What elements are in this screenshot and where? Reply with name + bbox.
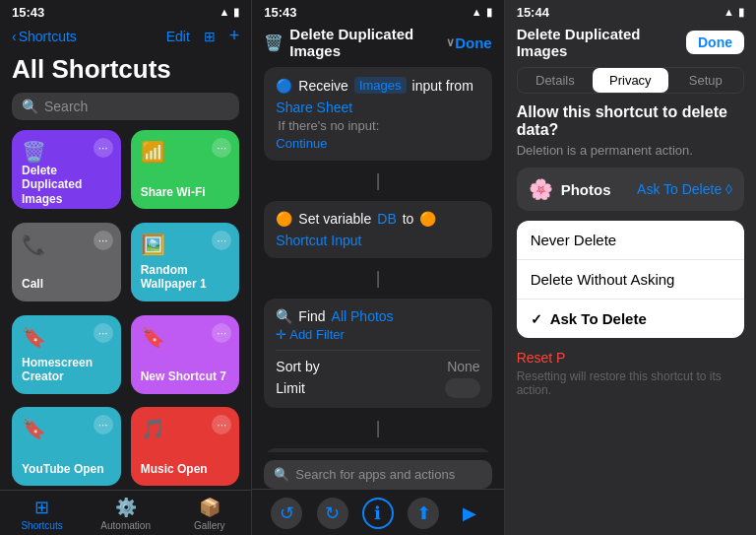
flow-repeat[interactable]: ⬜ Repeat with each item in 🟢 Photos <box>264 448 491 452</box>
find-icon: 🔍 <box>276 308 292 324</box>
add-filter-btn[interactable]: ✛ Add Filter <box>276 327 479 342</box>
sort-row: Sort by None <box>276 359 479 374</box>
dropdown-never-delete[interactable]: Never Delete <box>517 221 744 260</box>
redo-button[interactable]: ↻ <box>317 498 348 529</box>
p3-done-button[interactable]: Done <box>686 31 744 54</box>
gallery-tab-icon: 📦 <box>199 497 220 518</box>
tab-setup[interactable]: Setup <box>668 68 743 93</box>
card-label-music: Music Open <box>141 462 230 476</box>
card-youtube[interactable]: ··· 🔖 YouTube Open <box>12 407 121 486</box>
var-name: DB <box>377 211 396 227</box>
actions-search-placeholder: Search for apps and actions <box>295 467 455 482</box>
var-value-icon: 🟠 <box>419 211 436 227</box>
status-icons-1: ▲ ▮ <box>219 6 239 19</box>
flow-find-row: 🔍 Find All Photos <box>276 308 479 324</box>
p3-tab-bar: Details Privacy Setup <box>517 67 744 94</box>
card-new-shortcut[interactable]: ··· 🔖 New Shortcut 7 <box>131 315 240 394</box>
no-input-label: If there's no input: <box>276 118 479 133</box>
panel-editor: 15:43 ▲ ▮ 🗑️ Delete Duplicated Images ∨ … <box>252 0 504 535</box>
chevron-down-icon: ∨ <box>446 35 455 49</box>
actions-search[interactable]: 🔍 Search for apps and actions <box>264 460 491 489</box>
p1-navbar: ‹ Shortcuts Edit ⊞ + <box>0 22 251 52</box>
flow-set-variable[interactable]: 🟠 Set variable DB to 🟠 Shortcut Input <box>264 201 491 258</box>
card-call[interactable]: ··· 📞 Call <box>12 223 121 301</box>
time-2: 15:43 <box>264 5 296 20</box>
card-label-homescreen: HomescreenCreator <box>22 356 111 384</box>
wifi-icon-1: ▲ <box>219 6 229 18</box>
card-share-wifi[interactable]: ··· 📶 Share Wi-Fi <box>131 130 240 209</box>
card-label-call: Call <box>22 277 111 291</box>
status-bar-3: 15:44 ▲ ▮ <box>505 0 756 22</box>
status-icons-2: ▲ ▮ <box>472 6 492 19</box>
dropdown-ask-to-delete[interactable]: ✓ Ask To Delete <box>517 300 744 338</box>
wifi-icon-2: ▲ <box>472 6 482 18</box>
alert-title: Allow this shortcut to delete data? <box>505 103 756 143</box>
card-more-btn-homescreen[interactable]: ··· <box>94 323 113 343</box>
card-more-btn-call[interactable]: ··· <box>94 231 113 250</box>
status-bar-2: 15:43 ▲ ▮ <box>252 0 503 22</box>
p2-title-icon: 🗑️ <box>264 33 284 52</box>
find-subject: All Photos <box>332 308 394 324</box>
receive-middle: input from <box>412 78 473 94</box>
perm-left: 🌸 Photos <box>529 177 611 201</box>
flow-content: 🔵 Receive Images input from Share Sheet … <box>252 67 503 452</box>
grid-icon[interactable]: ⊞ <box>204 29 216 44</box>
panel-shortcuts: 15:43 ▲ ▮ ‹ Shortcuts Edit ⊞ + All Short… <box>0 0 252 535</box>
shortcuts-grid: ··· 🗑️ DeleteDuplicatedImages ··· 📶 Shar… <box>0 130 251 490</box>
card-more-btn-delete[interactable]: ··· <box>94 138 113 158</box>
card-label-wallpaper: RandomWallpaper 1 <box>141 263 230 292</box>
limit-toggle[interactable] <box>445 378 480 398</box>
gallery-tab-label: Gallery <box>194 520 225 531</box>
tab-automation[interactable]: ⚙️ Automation <box>84 497 167 531</box>
shortcuts-tab-icon: ⊞ <box>34 497 49 518</box>
battery-icon-3: ▮ <box>738 6 744 19</box>
automation-tab-label: Automation <box>100 520 151 531</box>
reset-button[interactable]: Reset P <box>517 350 566 366</box>
wifi-icon-3: ▲ <box>724 6 734 18</box>
undo-button[interactable]: ↺ <box>271 498 302 529</box>
tab-gallery[interactable]: 📦 Gallery <box>167 497 251 531</box>
card-delete-duplicated[interactable]: ··· 🗑️ DeleteDuplicatedImages <box>12 130 121 209</box>
permission-row-photos[interactable]: 🌸 Photos Ask To Delete ◊ <box>517 167 744 211</box>
card-more-btn-wallpaper[interactable]: ··· <box>212 231 231 250</box>
add-shortcut-button[interactable]: + <box>229 26 240 46</box>
info-button[interactable]: ℹ <box>362 498 394 529</box>
share-button[interactable]: ⬆ <box>408 498 439 529</box>
time-1: 15:43 <box>12 5 44 20</box>
card-label-delete: DeleteDuplicatedImages <box>22 164 111 206</box>
var-icon: 🟠 <box>276 211 292 227</box>
card-music[interactable]: ··· 🎵 Music Open <box>131 407 240 486</box>
reset-desc: Resetting will restore this shortcut to … <box>505 369 756 397</box>
dropdown-delete-without-asking[interactable]: Delete Without Asking <box>517 260 744 300</box>
limit-row: Limit <box>276 378 479 398</box>
flow-find[interactable]: 🔍 Find All Photos ✛ Add Filter Sort by N… <box>264 299 491 408</box>
flow-receive[interactable]: 🔵 Receive Images input from Share Sheet … <box>264 67 491 161</box>
card-homescreen[interactable]: ··· 🔖 HomescreenCreator <box>12 315 121 394</box>
card-more-btn-new[interactable]: ··· <box>212 323 231 343</box>
reset-row: Reset P <box>505 350 756 369</box>
p2-done-button[interactable]: Done <box>455 34 492 51</box>
tab-privacy[interactable]: Privacy <box>593 68 667 93</box>
alert-subtitle: Deletion is a permanent action. <box>505 143 756 167</box>
play-button[interactable]: ▶ <box>454 498 485 529</box>
sort-value: None <box>447 359 479 374</box>
search-bar[interactable]: 🔍 Search <box>12 93 239 120</box>
back-button[interactable]: ‹ Shortcuts <box>12 29 77 44</box>
page-title: All Shortcuts <box>0 52 251 93</box>
edit-button[interactable]: Edit <box>166 29 190 44</box>
flow-receive-row: 🔵 Receive Images input from Share Sheet <box>276 77 479 115</box>
ask-to-delete-label: Ask To Delete <box>550 310 647 327</box>
card-more-btn-youtube[interactable]: ··· <box>94 415 113 435</box>
find-prefix: Find <box>298 308 325 324</box>
photos-perm-icon: 🌸 <box>529 177 553 201</box>
status-bar-1: 15:43 ▲ ▮ <box>0 0 251 22</box>
p3-navbar: Delete Duplicated Images Done <box>505 22 756 67</box>
tab-shortcuts[interactable]: ⊞ Shortcuts <box>0 497 84 531</box>
sort-label: Sort by <box>276 359 319 374</box>
p2-navbar: 🗑️ Delete Duplicated Images ∨ Done <box>252 22 503 67</box>
never-delete-label: Never Delete <box>531 232 617 248</box>
flow-divider-2: | <box>264 266 491 291</box>
receive-source: Share Sheet <box>276 100 352 115</box>
card-random-wallpaper[interactable]: ··· 🖼️ RandomWallpaper 1 <box>131 223 240 301</box>
tab-details[interactable]: Details <box>518 68 593 93</box>
